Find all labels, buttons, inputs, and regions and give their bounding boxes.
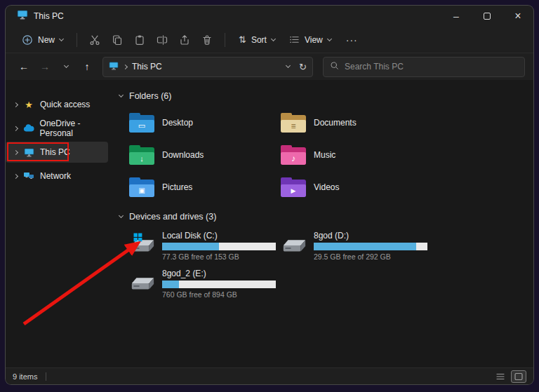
folder-name: Pictures bbox=[162, 182, 192, 192]
videos-folder-icon bbox=[281, 177, 306, 197]
back-button[interactable] bbox=[14, 57, 34, 76]
chevron-down-icon bbox=[59, 36, 64, 41]
toolbar-separator bbox=[225, 33, 225, 47]
maximize-button[interactable] bbox=[472, 6, 503, 27]
title-bar: This PC bbox=[6, 6, 533, 27]
navigation-pane: Quick access OneDrive - Personal This PC bbox=[6, 80, 111, 367]
refresh-icon[interactable] bbox=[299, 62, 307, 72]
up-arrow-icon bbox=[85, 61, 90, 72]
rename-button[interactable] bbox=[152, 29, 173, 50]
address-dropdown-icon[interactable] bbox=[286, 63, 291, 68]
search-icon bbox=[330, 60, 339, 73]
drive-free-space: 760 GB free of 894 GB bbox=[162, 290, 276, 299]
sidebar-item-this-pc[interactable]: This PC bbox=[6, 142, 108, 163]
hard-drive-icon bbox=[129, 234, 156, 255]
drive-usage-fill bbox=[314, 243, 416, 250]
folder-item-music[interactable]: Music bbox=[281, 142, 432, 168]
delete-button[interactable] bbox=[197, 29, 218, 50]
copy-button[interactable] bbox=[107, 29, 128, 50]
circled-plus-icon bbox=[22, 34, 33, 46]
cloud-icon bbox=[23, 123, 34, 134]
thumbnail-view-icon bbox=[514, 372, 524, 381]
expand-chevron-icon[interactable] bbox=[13, 173, 18, 178]
details-view-button[interactable] bbox=[493, 370, 508, 383]
details-view-icon bbox=[495, 372, 505, 381]
this-pc-monitor-icon bbox=[17, 9, 28, 23]
drives-section-header[interactable]: Devices and drives (3) bbox=[119, 210, 526, 223]
drive-item-e[interactable]: 8god_2 (E:) 760 GB free of 894 GB bbox=[129, 268, 281, 302]
drive-name: Local Disk (C:) bbox=[162, 231, 276, 241]
minimize-button[interactable] bbox=[441, 6, 472, 27]
see-more-button[interactable]: ··· bbox=[339, 32, 365, 48]
folder-item-videos[interactable]: Videos bbox=[281, 174, 432, 201]
rename-icon bbox=[157, 34, 168, 46]
folder-item-desktop[interactable]: Desktop bbox=[129, 109, 281, 136]
command-bar: New Sort Vie bbox=[6, 27, 533, 53]
this-pc-monitor-icon bbox=[23, 147, 34, 158]
paste-button[interactable] bbox=[129, 29, 150, 50]
desktop-folder-icon bbox=[129, 113, 154, 133]
hard-drive-icon bbox=[281, 234, 307, 255]
drive-details: Local Disk (C:) 77.3 GB free of 153 GB bbox=[162, 230, 276, 261]
folder-name: Documents bbox=[314, 118, 357, 128]
expand-chevron-icon[interactable] bbox=[13, 102, 18, 107]
folders-section-header[interactable]: Folders (6) bbox=[119, 90, 526, 102]
expand-chevron-icon[interactable] bbox=[13, 149, 18, 154]
search-input[interactable] bbox=[345, 62, 518, 72]
hard-drive-icon bbox=[129, 272, 156, 293]
file-explorer-window: This PC New bbox=[6, 6, 533, 384]
drive-usage-fill bbox=[162, 281, 179, 288]
drive-item-c[interactable]: Local Disk (C:) 77.3 GB free of 153 GB bbox=[129, 230, 281, 264]
close-icon bbox=[514, 10, 521, 22]
folder-item-documents[interactable]: Documents bbox=[281, 109, 432, 136]
sidebar-item-label: Network bbox=[40, 171, 71, 181]
share-icon bbox=[179, 34, 190, 46]
downloads-folder-icon bbox=[129, 145, 154, 165]
music-folder-icon bbox=[281, 145, 306, 165]
window-controls bbox=[441, 6, 533, 27]
this-pc-monitor-icon bbox=[109, 61, 119, 73]
star-icon bbox=[23, 99, 34, 110]
cut-button[interactable] bbox=[84, 29, 105, 50]
status-bar: 9 items bbox=[6, 367, 533, 384]
sidebar-item-label: This PC bbox=[40, 147, 70, 157]
view-button[interactable]: View bbox=[283, 30, 338, 49]
drives-grid: Local Disk (C:) 77.3 GB free of 153 GB 8… bbox=[129, 230, 526, 302]
folder-item-pictures[interactable]: Pictures bbox=[129, 174, 281, 201]
view-icon bbox=[289, 34, 300, 45]
recent-locations-button[interactable] bbox=[56, 57, 76, 76]
view-button-label: View bbox=[305, 35, 323, 45]
drive-item-d[interactable]: 8god (D:) 29.5 GB free of 292 GB bbox=[281, 230, 432, 264]
network-icon bbox=[23, 170, 34, 182]
close-button[interactable] bbox=[503, 6, 533, 27]
folder-item-downloads[interactable]: Downloads bbox=[129, 142, 281, 168]
search-box[interactable] bbox=[323, 57, 525, 77]
address-bar[interactable]: This PC bbox=[102, 57, 313, 77]
breadcrumb[interactable]: This PC bbox=[132, 62, 162, 72]
share-button[interactable] bbox=[174, 29, 195, 50]
drive-usage-bar bbox=[162, 281, 276, 288]
collapse-chevron-icon bbox=[119, 93, 124, 97]
sidebar-item-quick-access[interactable]: Quick access bbox=[6, 94, 108, 115]
minimize-icon bbox=[453, 11, 459, 22]
clipboard-icon bbox=[134, 34, 145, 46]
drive-free-space: 29.5 GB free of 292 GB bbox=[314, 252, 427, 261]
items-view: Folders (6) Desktop Documents Downloads bbox=[111, 80, 533, 367]
drive-free-space: 77.3 GB free of 153 GB bbox=[162, 252, 276, 261]
view-toggles bbox=[493, 370, 526, 383]
up-button[interactable] bbox=[77, 57, 97, 76]
maximize-icon bbox=[484, 13, 491, 20]
thumbnail-view-button[interactable] bbox=[511, 370, 526, 383]
new-button[interactable]: New bbox=[15, 30, 69, 50]
sort-button[interactable]: Sort bbox=[232, 30, 281, 49]
navigation-bar: This PC bbox=[6, 53, 533, 80]
folder-name: Music bbox=[314, 150, 335, 160]
sidebar-item-onedrive[interactable]: OneDrive - Personal bbox=[6, 118, 108, 139]
chevron-right-icon bbox=[123, 64, 128, 69]
forward-button[interactable] bbox=[35, 57, 55, 76]
sidebar-item-network[interactable]: Network bbox=[6, 165, 108, 187]
folder-name: Desktop bbox=[162, 118, 193, 128]
expand-chevron-icon[interactable] bbox=[13, 126, 18, 131]
chevron-down-icon bbox=[327, 36, 332, 41]
folders-grid: Desktop Documents Downloads Music Pictur… bbox=[129, 109, 526, 201]
